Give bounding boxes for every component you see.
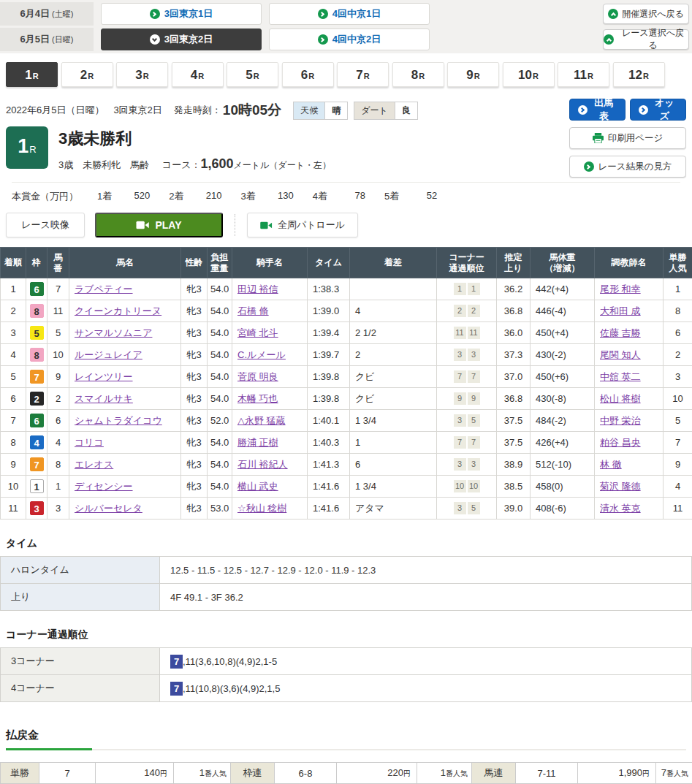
corner-position: 3 xyxy=(454,414,466,427)
race-video-label: レース映像 xyxy=(6,213,85,237)
back-to-meeting-button[interactable]: 開催選択へ戻る xyxy=(603,4,689,24)
trainer-link[interactable]: 粕谷 昌央 xyxy=(600,437,641,448)
venue-button[interactable]: 3回東京1日 xyxy=(101,3,262,25)
horse-name-link[interactable]: レインツリー xyxy=(75,371,133,382)
race-tab-3r[interactable]: 3R xyxy=(116,62,168,87)
horse-name-cell: シルバーセレタ xyxy=(69,498,181,520)
horse-name-link[interactable]: スマイルサキ xyxy=(75,393,133,404)
jockey-link[interactable]: △永野 猛蔵 xyxy=(237,415,286,426)
race-result-guide-button[interactable]: レース結果の見方 xyxy=(569,156,686,178)
horse-name-cell: シャムトラダイコウ xyxy=(69,410,181,432)
margin: 1 3/4 xyxy=(350,410,437,432)
horse-name-link[interactable]: シルバーセレタ xyxy=(75,503,142,514)
horse-name-link[interactable]: エレオス xyxy=(75,459,113,470)
jockey-link[interactable]: 勝浦 正樹 xyxy=(237,437,278,448)
race-tab-8r[interactable]: 8R xyxy=(392,62,444,87)
venue-button[interactable]: 3回東京2日 xyxy=(101,28,262,50)
tab-suffix: R xyxy=(198,72,204,80)
table-row: 4コーナー 7,11(10,8)(3,6)(4,9)2,1,5 xyxy=(1,675,692,702)
jockey-cell: 田辺 裕信 xyxy=(232,278,308,300)
frame-number: 4 xyxy=(30,435,44,449)
horse-number: 8 xyxy=(47,454,69,476)
frame-number: 1 xyxy=(30,479,44,493)
back-to-race-select-button[interactable]: レース選択へ戻る xyxy=(603,29,689,50)
race-tab-9r[interactable]: 9R xyxy=(447,62,499,87)
prize-place: 4着 xyxy=(313,190,327,203)
horse-number: 3 xyxy=(47,498,69,520)
horse-name-link[interactable]: ラブペティー xyxy=(75,283,133,294)
patrol-video-button[interactable]: 全周パトロール xyxy=(247,213,358,237)
horse-name-link[interactable]: コリコ xyxy=(75,437,104,448)
corner3-value: 7,11(3,6,10,8)(4,9)2,1-5 xyxy=(160,648,692,675)
payout-amount: 140円 xyxy=(96,763,174,784)
jockey-link[interactable]: ☆秋山 稔樹 xyxy=(237,503,286,514)
margin: 2 xyxy=(350,344,437,366)
trainer-link[interactable]: 中舘 英二 xyxy=(600,371,641,382)
race-tab-10r[interactable]: 10R xyxy=(503,62,555,87)
play-button[interactable]: PLAY xyxy=(95,213,223,237)
bet-type-label: 枠連 xyxy=(231,763,275,784)
jockey-link[interactable]: 宮崎 北斗 xyxy=(237,327,278,338)
trainer-link[interactable]: 尾関 知人 xyxy=(600,349,641,360)
jockey-link[interactable]: 菅原 明良 xyxy=(237,371,278,382)
jockey-link[interactable]: 石橋 脩 xyxy=(237,305,269,316)
tab-suffix: R xyxy=(533,72,539,80)
race-tab-4r[interactable]: 4R xyxy=(172,62,224,87)
estimated-last3f: 37.5 xyxy=(497,410,531,432)
jockey-link[interactable]: 木幡 巧也 xyxy=(237,393,278,404)
horse-name-link[interactable]: クイーンカトリーヌ xyxy=(75,305,161,316)
corner-position: 7 xyxy=(468,436,480,449)
corner-position: 10 xyxy=(454,480,466,492)
column-header: 着差 xyxy=(350,248,437,278)
jockey-link[interactable]: 田辺 裕信 xyxy=(237,283,278,294)
finish-time: 1:41.6 xyxy=(308,476,350,498)
start-time-value: 10時05分 xyxy=(223,101,281,120)
jockey-cell: ☆秋山 稔樹 xyxy=(232,498,308,520)
trainer-link[interactable]: 清水 英克 xyxy=(600,503,641,514)
prize-amount: 52 xyxy=(405,190,437,203)
horse-name-link[interactable]: サンマルソムニア xyxy=(75,327,152,338)
frame-cell: 2 xyxy=(26,388,47,410)
frame-number: 6 xyxy=(30,282,44,296)
jockey-link[interactable]: 横山 武史 xyxy=(237,481,278,492)
odds-button[interactable]: オッズ xyxy=(630,99,686,121)
win-popularity: 2 xyxy=(664,344,692,366)
trainer-link[interactable]: 林 徹 xyxy=(600,459,622,470)
sex-age: 牝3 xyxy=(181,432,208,454)
trainer-link[interactable]: 佐藤 吉勝 xyxy=(600,327,641,338)
jockey-cell: 宮崎 北斗 xyxy=(232,322,308,344)
corner-position: 9 xyxy=(454,392,466,405)
carried-weight: 54.0 xyxy=(208,344,232,366)
jockey-link[interactable]: C.ルメール xyxy=(237,349,286,360)
corner-order-cell: 1010 xyxy=(437,476,497,498)
venue-button[interactable]: 4回中京1日 xyxy=(269,3,430,25)
corner-position: 5 xyxy=(468,502,480,514)
entries-button[interactable]: 出馬表 xyxy=(569,99,626,121)
print-page-button[interactable]: 印刷用ページ xyxy=(569,127,686,149)
carried-weight: 54.0 xyxy=(208,388,232,410)
win-popularity: 8 xyxy=(664,300,692,322)
venue-label: 4回中京1日 xyxy=(332,7,381,20)
race-tab-1r[interactable]: 1R xyxy=(6,62,58,87)
trainer-link[interactable]: 中野 栄治 xyxy=(600,415,641,426)
race-tab-6r[interactable]: 6R xyxy=(282,62,334,87)
race-tab-5r[interactable]: 5R xyxy=(227,62,278,87)
corner-position: 11 xyxy=(468,327,480,339)
horse-name-link[interactable]: シャムトラダイコウ xyxy=(75,415,162,426)
trainer-link[interactable]: 菊沢 隆徳 xyxy=(600,481,641,492)
frame-cell: 6 xyxy=(26,278,47,300)
horse-name-link[interactable]: ルージュレイア xyxy=(75,349,142,360)
race-tab-7r[interactable]: 7R xyxy=(337,62,389,87)
race-tab-12r[interactable]: 12R xyxy=(613,62,665,87)
venue-button[interactable]: 4回中京2日 xyxy=(269,28,430,50)
horse-weight: 512(-10) xyxy=(531,454,595,476)
trainer-link[interactable]: 松山 将樹 xyxy=(600,393,641,404)
jockey-link[interactable]: 石川 裕紀人 xyxy=(237,459,288,470)
trainer-link[interactable]: 大和田 成 xyxy=(600,305,641,316)
horse-name-link[interactable]: ディセンシー xyxy=(75,481,133,492)
trainer-link[interactable]: 尾形 和幸 xyxy=(600,283,641,294)
race-tab-11r[interactable]: 11R xyxy=(558,62,609,87)
race-tab-2r[interactable]: 2R xyxy=(61,62,113,87)
corner-position: 10 xyxy=(468,480,480,492)
frame-number: 8 xyxy=(30,348,44,362)
